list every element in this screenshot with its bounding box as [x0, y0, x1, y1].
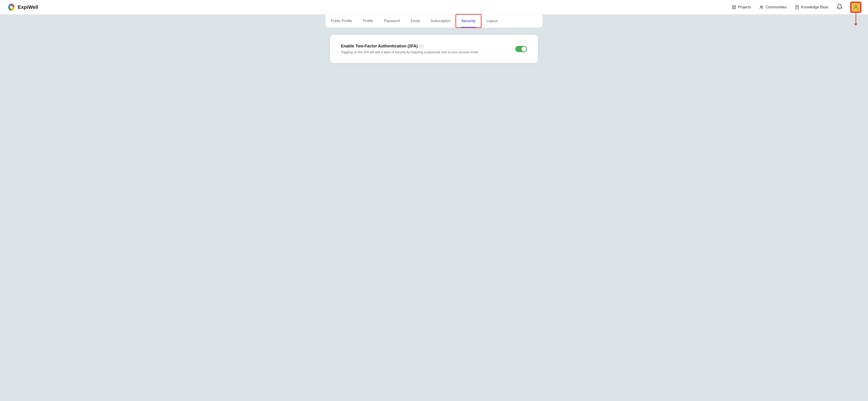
tab-profile[interactable]: Profile	[358, 14, 378, 28]
brand-logo-link[interactable]: ExpiWell	[7, 3, 38, 11]
tab-public-profile[interactable]: Public Profile	[326, 14, 358, 28]
avatar-icon	[853, 4, 859, 10]
nav-communities[interactable]: Communities	[759, 5, 786, 9]
tfa-toggle[interactable]	[515, 46, 527, 52]
red-arrow-indicator	[854, 12, 857, 26]
navbar-right: Projects Communities	[732, 2, 861, 12]
avatar-wrapper	[851, 2, 861, 12]
svg-rect-5	[734, 7, 736, 9]
tab-logout[interactable]: Logout	[481, 14, 503, 28]
bell-icon	[836, 4, 843, 10]
nav-communities-label: Communities	[766, 5, 786, 9]
knowledge-base-icon	[795, 5, 799, 9]
tab-email[interactable]: Email	[405, 14, 425, 28]
security-card: Enable Two-Factor Authentication (2FA) ?…	[330, 35, 538, 63]
svg-rect-3	[734, 5, 736, 7]
svg-rect-4	[732, 7, 734, 9]
nav-projects[interactable]: Projects	[732, 5, 751, 9]
projects-icon	[732, 5, 736, 9]
tab-bar: Public Profile Profile Password Email	[326, 14, 542, 28]
tfa-row: Enable Two-Factor Authentication (2FA) ?…	[341, 44, 527, 54]
help-icon[interactable]: ?	[420, 44, 424, 48]
svg-point-1	[10, 6, 13, 8]
tab-security[interactable]: Security	[456, 14, 481, 28]
tfa-title: Enable Two-Factor Authentication (2FA) ?	[341, 44, 510, 48]
navbar: ExpiWell Projects	[0, 0, 868, 14]
tfa-subtitle: Toggling on the 2FA will add a layer of …	[341, 51, 510, 54]
nav-knowledge-base[interactable]: Knowledge Base	[795, 5, 828, 9]
tab-subscription[interactable]: Subscription	[425, 14, 456, 28]
nav-knowledge-base-label: Knowledge Base	[801, 5, 828, 9]
tfa-info: Enable Two-Factor Authentication (2FA) ?…	[341, 44, 510, 54]
toggle-track[interactable]	[515, 46, 527, 52]
svg-rect-2	[732, 5, 734, 7]
brand-logo-icon	[7, 3, 16, 11]
user-avatar-button[interactable]	[851, 2, 861, 12]
nav-projects-label: Projects	[738, 5, 751, 9]
notification-bell[interactable]	[836, 4, 843, 11]
svg-rect-8	[796, 5, 798, 9]
brand-name-text: ExpiWell	[18, 4, 38, 10]
communities-icon	[759, 5, 764, 9]
tab-password[interactable]: Password	[379, 14, 405, 28]
main-section: Public Profile Profile Password Email	[0, 14, 868, 401]
toggle-thumb	[522, 46, 526, 52]
svg-point-7	[762, 6, 763, 7]
content-wrapper: Enable Two-Factor Authentication (2FA) ?…	[326, 28, 542, 63]
svg-point-12	[855, 5, 857, 7]
tab-bar-card: Public Profile Profile Password Email	[326, 14, 542, 28]
